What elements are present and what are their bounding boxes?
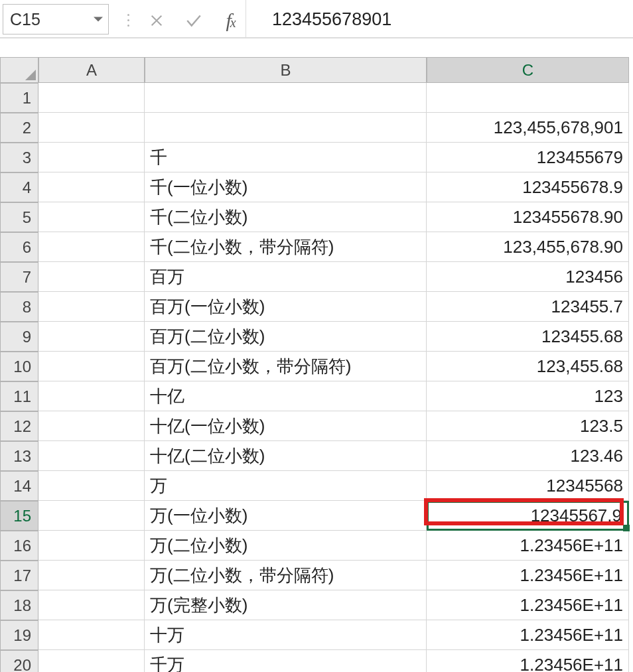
cell[interactable]: 十亿(一位小数) bbox=[145, 411, 427, 441]
cell[interactable] bbox=[38, 441, 145, 471]
cell[interactable]: 万(二位小数) bbox=[145, 531, 427, 561]
formula-bar: C15 fx 123455678901 bbox=[0, 0, 633, 38]
cell[interactable] bbox=[38, 561, 145, 590]
cell[interactable]: 1.23456E+11 bbox=[427, 620, 629, 650]
row-header[interactable]: 10 bbox=[0, 352, 38, 381]
cell[interactable]: 万(一位小数) bbox=[145, 501, 427, 531]
row-header[interactable]: 9 bbox=[0, 322, 38, 352]
cell[interactable]: 1.23456E+11 bbox=[427, 650, 629, 672]
cell[interactable]: 十万 bbox=[145, 620, 427, 650]
row-header[interactable]: 19 bbox=[0, 620, 38, 650]
cell[interactable]: 十亿 bbox=[145, 381, 427, 411]
row-header[interactable]: 18 bbox=[0, 590, 38, 620]
column-header-c[interactable]: C bbox=[427, 57, 629, 83]
cell[interactable]: 12345568 bbox=[427, 471, 629, 501]
cell[interactable]: 千万 bbox=[145, 650, 427, 672]
cancel-icon[interactable] bbox=[147, 5, 166, 36]
cell[interactable] bbox=[427, 83, 629, 113]
select-all-corner[interactable] bbox=[0, 57, 38, 83]
cell[interactable]: 1.23456E+11 bbox=[427, 590, 629, 620]
row-header[interactable]: 16 bbox=[0, 531, 38, 561]
cell[interactable]: 百万 bbox=[145, 262, 427, 292]
cell[interactable]: 123 bbox=[427, 381, 629, 411]
cell[interactable] bbox=[38, 113, 145, 143]
drag-handle-icon[interactable] bbox=[125, 3, 131, 37]
cell[interactable] bbox=[38, 590, 145, 620]
cell[interactable] bbox=[38, 531, 145, 561]
cell[interactable] bbox=[38, 143, 145, 172]
cell[interactable]: 十亿(二位小数) bbox=[145, 441, 427, 471]
row-header[interactable]: 20 bbox=[0, 650, 38, 672]
cell[interactable] bbox=[38, 501, 145, 531]
cell[interactable] bbox=[38, 83, 145, 113]
row-header[interactable]: 8 bbox=[0, 292, 38, 322]
cell[interactable]: 千(二位小数，带分隔符) bbox=[145, 232, 427, 262]
cell[interactable]: 123.46 bbox=[427, 441, 629, 471]
cell[interactable] bbox=[38, 322, 145, 352]
column-header-a[interactable]: A bbox=[38, 57, 145, 83]
cell[interactable]: 123455.7 bbox=[427, 292, 629, 322]
formula-input-value: 123455678901 bbox=[272, 9, 391, 30]
spacer bbox=[0, 38, 633, 57]
row-header[interactable]: 3 bbox=[0, 143, 38, 172]
selected-cell[interactable]: 12345567.9 bbox=[427, 501, 629, 531]
fx-icon[interactable]: fx bbox=[222, 5, 240, 36]
cell[interactable] bbox=[38, 411, 145, 441]
cell[interactable]: 123455679 bbox=[427, 143, 629, 172]
cell[interactable] bbox=[38, 471, 145, 501]
row-header[interactable]: 5 bbox=[0, 202, 38, 232]
cell[interactable] bbox=[38, 172, 145, 202]
cell[interactable]: 百万(二位小数，带分隔符) bbox=[145, 352, 427, 381]
cell[interactable] bbox=[145, 113, 427, 143]
cell[interactable] bbox=[38, 262, 145, 292]
cell[interactable]: 123,455,678,901 bbox=[427, 113, 629, 143]
row-header[interactable]: 7 bbox=[0, 262, 38, 292]
cell-reference-value: C15 bbox=[10, 10, 40, 29]
cell[interactable] bbox=[38, 650, 145, 672]
cell[interactable]: 123455678.90 bbox=[427, 202, 629, 232]
column-header-b[interactable]: B bbox=[145, 57, 427, 83]
row-header[interactable]: 14 bbox=[0, 471, 38, 501]
enter-icon[interactable] bbox=[184, 5, 203, 36]
row-header[interactable]: 2 bbox=[0, 113, 38, 143]
formula-input[interactable]: 123455678901 bbox=[262, 4, 630, 34]
cell[interactable]: 1.23456E+11 bbox=[427, 561, 629, 590]
row-header[interactable]: 15 bbox=[0, 501, 38, 531]
cell[interactable]: 123455.68 bbox=[427, 322, 629, 352]
cell[interactable] bbox=[145, 83, 427, 113]
spreadsheet-grid[interactable]: ABC12123,455,678,9013千1234556794千(一位小数)1… bbox=[0, 57, 633, 672]
cell[interactable]: 123,455.68 bbox=[427, 352, 629, 381]
cell[interactable]: 123,455,678.90 bbox=[427, 232, 629, 262]
cell[interactable]: 百万(二位小数) bbox=[145, 322, 427, 352]
formula-bar-buttons: fx bbox=[147, 0, 246, 37]
cell[interactable]: 万 bbox=[145, 471, 427, 501]
row-header[interactable]: 13 bbox=[0, 441, 38, 471]
cell[interactable]: 千(一位小数) bbox=[145, 172, 427, 202]
cell[interactable] bbox=[38, 620, 145, 650]
cell[interactable]: 123.5 bbox=[427, 411, 629, 441]
cell[interactable] bbox=[38, 202, 145, 232]
cell[interactable] bbox=[38, 232, 145, 262]
cell[interactable] bbox=[38, 292, 145, 322]
cell[interactable]: 1.23456E+11 bbox=[427, 531, 629, 561]
cell[interactable]: 千 bbox=[145, 143, 427, 172]
row-header[interactable]: 4 bbox=[0, 172, 38, 202]
cell[interactable]: 万(二位小数，带分隔符) bbox=[145, 561, 427, 590]
row-header[interactable]: 12 bbox=[0, 411, 38, 441]
cell[interactable] bbox=[38, 381, 145, 411]
cell[interactable]: 百万(一位小数) bbox=[145, 292, 427, 322]
name-box[interactable]: C15 bbox=[3, 4, 109, 34]
row-header[interactable]: 1 bbox=[0, 83, 38, 113]
chevron-down-icon[interactable] bbox=[94, 17, 103, 22]
row-header[interactable]: 11 bbox=[0, 381, 38, 411]
row-header[interactable]: 6 bbox=[0, 232, 38, 262]
cell[interactable]: 123456 bbox=[427, 262, 629, 292]
cell[interactable]: 万(完整小数) bbox=[145, 590, 427, 620]
cell[interactable]: 千(二位小数) bbox=[145, 202, 427, 232]
cell[interactable] bbox=[38, 352, 145, 381]
row-header[interactable]: 17 bbox=[0, 561, 38, 590]
cell[interactable]: 123455678.9 bbox=[427, 172, 629, 202]
